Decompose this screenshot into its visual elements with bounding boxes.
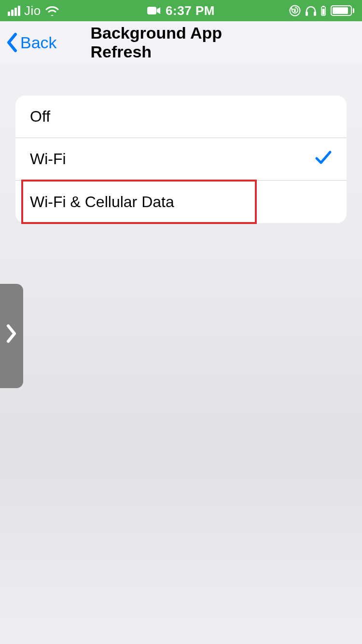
option-label: Wi-Fi (30, 150, 66, 168)
nav-bar: Back Background App Refresh (0, 21, 362, 64)
wifi-icon (45, 5, 59, 16)
svg-rect-0 (147, 7, 156, 14)
svg-rect-3 (306, 12, 308, 16)
status-center: 6:37 PM (147, 3, 215, 18)
clock-label: 6:37 PM (166, 3, 215, 18)
option-label: Wi-Fi & Cellular Data (30, 193, 174, 211)
status-left: Jio (8, 3, 59, 18)
video-camera-icon (147, 3, 161, 18)
battery-icon (331, 5, 354, 16)
orientation-lock-icon (289, 5, 301, 16)
chevron-left-icon (6, 32, 18, 53)
svg-rect-2 (294, 10, 296, 12)
svg-rect-7 (322, 9, 325, 15)
cellular-signal-icon (8, 6, 20, 16)
carrier-label: Jio (24, 3, 41, 18)
status-bar: Jio 6:37 PM (0, 0, 362, 21)
battery-charging-icon (321, 5, 326, 16)
side-drawer-handle[interactable] (0, 284, 23, 388)
svg-rect-4 (314, 12, 316, 16)
back-button[interactable]: Back (6, 32, 57, 53)
back-label: Back (20, 33, 57, 52)
page-title: Background App Refresh (91, 24, 272, 61)
option-wifi[interactable]: Wi-Fi (15, 138, 347, 181)
headphones-icon (305, 5, 317, 16)
option-label: Off (30, 108, 50, 126)
option-off[interactable]: Off (15, 96, 347, 138)
options-section: Off Wi-Fi Wi-Fi & Cellular Data (15, 96, 347, 223)
chevron-right-icon (6, 323, 17, 350)
option-wifi-cellular[interactable]: Wi-Fi & Cellular Data (15, 181, 347, 223)
status-right (289, 5, 354, 16)
checkmark-icon (315, 150, 332, 169)
content-area: Off Wi-Fi Wi-Fi & Cellular Data (0, 64, 362, 223)
svg-rect-6 (322, 6, 324, 7)
